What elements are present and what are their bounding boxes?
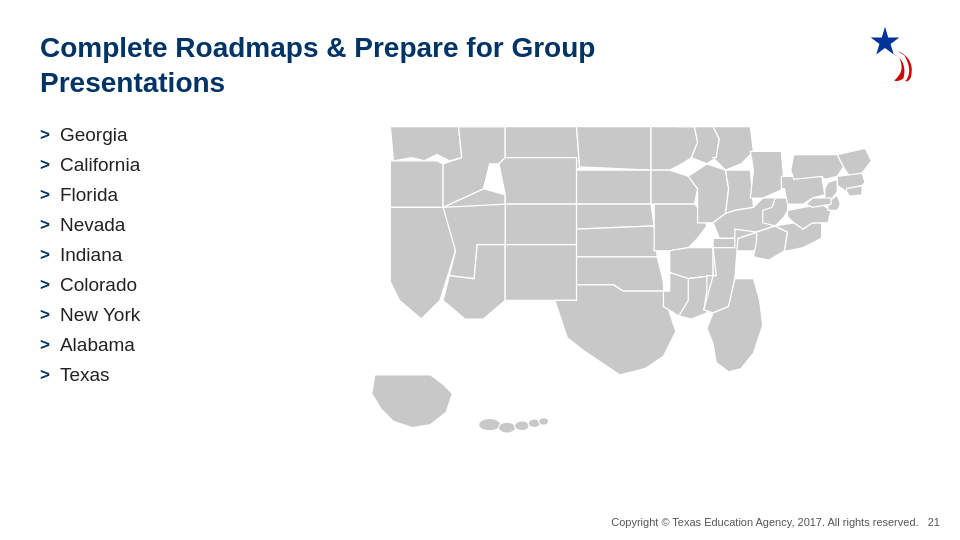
svg-marker-12 [577, 127, 651, 170]
svg-marker-15 [577, 226, 658, 257]
svg-marker-8 [505, 204, 576, 244]
svg-marker-46 [372, 375, 453, 428]
svg-point-49 [514, 421, 529, 431]
list-item: >Florida [40, 182, 320, 208]
state-name: Florida [60, 184, 118, 206]
svg-marker-7 [499, 158, 577, 205]
state-name: Indiana [60, 244, 122, 266]
state-name: Nevada [60, 214, 126, 236]
footer: Copyright © Texas Education Agency, 2017… [611, 516, 940, 528]
list-item: >Nevada [40, 212, 320, 238]
state-name: New York [60, 304, 140, 326]
state-name: Colorado [60, 274, 137, 296]
chevron-icon: > [40, 245, 50, 265]
svg-marker-34 [753, 226, 787, 260]
chevron-icon: > [40, 155, 50, 175]
list-item: >Colorado [40, 272, 320, 298]
list-item: >California [40, 152, 320, 178]
state-name: Texas [60, 364, 110, 386]
state-name: California [60, 154, 140, 176]
chevron-icon: > [40, 275, 50, 295]
state-list: >Georgia>California>Florida>Nevada>India… [40, 122, 320, 388]
svg-marker-11 [505, 245, 576, 301]
copyright-text: Copyright © Texas Education Agency, 2017… [611, 516, 918, 528]
svg-marker-14 [577, 204, 655, 229]
svg-marker-2 [390, 161, 443, 208]
chevron-icon: > [40, 185, 50, 205]
chevron-icon: > [40, 335, 50, 355]
svg-marker-39 [791, 155, 844, 180]
svg-marker-0 [871, 27, 900, 55]
list-item: >Indiana [40, 242, 320, 268]
svg-marker-1 [390, 127, 461, 161]
svg-marker-22 [713, 127, 753, 170]
list-item: >Texas [40, 362, 320, 388]
svg-marker-25 [750, 151, 784, 198]
page-number: 21 [928, 516, 940, 528]
slide: Complete Roadmaps & Prepare for Group Pr… [0, 0, 960, 540]
svg-marker-13 [577, 170, 651, 204]
usa-map [320, 108, 920, 468]
content-area: >Georgia>California>Florida>Nevada>India… [40, 118, 920, 468]
chevron-icon: > [40, 365, 50, 385]
state-name: Georgia [60, 124, 128, 146]
svg-marker-24 [726, 170, 754, 213]
chevron-icon: > [40, 215, 50, 235]
svg-marker-40 [837, 148, 871, 176]
svg-marker-18 [651, 127, 698, 170]
usa-map-svg [340, 108, 900, 468]
list-item: >New York [40, 302, 320, 328]
chevron-icon: > [40, 125, 50, 145]
svg-point-48 [498, 422, 515, 433]
svg-point-47 [478, 418, 500, 430]
list-item: >Georgia [40, 122, 320, 148]
slide-header: Complete Roadmaps & Prepare for Group Pr… [40, 30, 920, 100]
state-name: Alabama [60, 334, 135, 356]
svg-point-51 [539, 418, 549, 425]
logo-icon [850, 25, 920, 85]
chevron-icon: > [40, 305, 50, 325]
list-item: >Alabama [40, 332, 320, 358]
slide-title: Complete Roadmaps & Prepare for Group Pr… [40, 30, 595, 100]
